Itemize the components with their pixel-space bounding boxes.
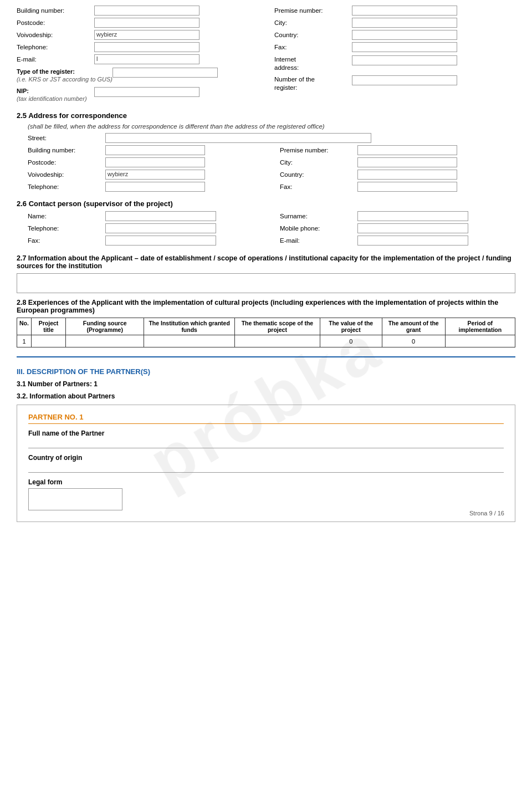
surname-input[interactable] (357, 211, 468, 221)
table-row: 1 0 0 (17, 335, 515, 347)
section-26-title: 2.6 Contact person (supervisor of the pr… (17, 200, 515, 208)
number-register-input[interactable] (352, 75, 457, 85)
section-32-title: 3.2. Information about Partners (17, 392, 515, 400)
section-27-textarea[interactable] (17, 273, 515, 293)
row1-thematic[interactable] (235, 335, 320, 347)
row1-period[interactable] (445, 335, 515, 347)
name-input[interactable] (105, 211, 216, 221)
voivodeship-left-label: Voivodeship: (17, 30, 94, 39)
telephone-25-label: Telephone: (28, 182, 105, 191)
city-25-input[interactable] (357, 157, 457, 167)
row1-title[interactable] (31, 335, 65, 347)
voivodeship-25-label: Voivodeship: (28, 170, 105, 179)
street-input[interactable] (105, 133, 371, 143)
partner-title: PARTNER NO. 1 (28, 413, 504, 424)
premise-25-label: Premise number: (280, 145, 357, 155)
col-institution-header: The Institution which granted funds (144, 318, 235, 335)
section-28-title: 2.8 Experiences of the Applicant with th… (17, 299, 515, 314)
voivodeship-left-input[interactable]: wybierz (94, 30, 200, 40)
partner-country-label: Country of origin (28, 454, 504, 462)
partner-fullname-label: Full name of the Partner (28, 429, 504, 437)
fax-right-input[interactable] (352, 42, 457, 52)
section-25-note: (shall be filled, when the address for c… (28, 123, 515, 130)
number-register-label: Number of theregister: (274, 74, 352, 92)
col-title-header: Project title (31, 318, 65, 335)
section-3-title: III. DESCRIPTION OF THE PARTNER(S) (17, 367, 515, 376)
city-right-label: City: (274, 18, 352, 27)
col-amount-header: The amount of the grant (382, 318, 445, 335)
premise-number-label: Premise number: (274, 6, 352, 15)
email-26-input[interactable] (357, 236, 468, 246)
postcode-left-input[interactable] (94, 18, 200, 28)
voivodeship-25-value: wybierz (108, 171, 128, 177)
nip-label: NIP: (tax identification number) (17, 86, 94, 103)
telephone-26-input[interactable] (105, 223, 216, 233)
telephone-25-input[interactable] (105, 182, 205, 192)
mobile-label: Mobile phone: (280, 223, 357, 233)
name-label: Name: (28, 211, 105, 221)
fax-25-input[interactable] (357, 182, 457, 192)
type-register-input[interactable] (112, 68, 218, 78)
building-number-input[interactable] (94, 6, 200, 16)
row1-value: 0 (320, 335, 382, 347)
col-thematic-header: The thematic scope of the project (235, 318, 320, 335)
internet-address-label: Internetaddress: (274, 54, 352, 72)
section-25-title: 2.5 Address for correspondence (17, 111, 515, 120)
telephone-26-label: Telephone: (28, 223, 105, 233)
city-right-input[interactable] (352, 18, 457, 28)
voivodeship-25-input[interactable]: wybierz (105, 170, 205, 180)
col-no-header: No. (17, 318, 32, 335)
section-31-title: 3.1 Number of Partners: 1 (17, 380, 515, 388)
fax-25-label: Fax: (280, 182, 357, 191)
email-26-label: E-mail: (280, 236, 357, 245)
fax-26-label: Fax: (28, 236, 105, 245)
row1-amount: 0 (382, 335, 445, 347)
email-left-input[interactable]: l (94, 54, 200, 64)
country-25-label: Country: (280, 170, 357, 179)
postcode-25-input[interactable] (105, 157, 205, 167)
partner-fullname-input[interactable] (28, 439, 504, 448)
postcode-left-label: Postcode: (17, 18, 94, 27)
telephone-left-input[interactable] (94, 42, 200, 52)
partner-country-input[interactable] (28, 464, 504, 473)
row1-funding[interactable] (66, 335, 144, 347)
voivodeship-left-value: wybierz (96, 31, 117, 38)
building-number-label: Building number: (17, 6, 94, 15)
telephone-left-label: Telephone: (17, 42, 94, 52)
building-number-25-input[interactable] (105, 145, 205, 155)
country-right-label: Country: (274, 30, 352, 39)
projects-table: No. Project title Funding source (Progra… (17, 318, 515, 347)
email-left-value: l (96, 55, 98, 62)
surname-label: Surname: (280, 211, 357, 221)
city-25-label: City: (280, 157, 357, 167)
fax-26-input[interactable] (105, 236, 216, 246)
fax-right-label: Fax: (274, 42, 352, 52)
partner-legalform-input[interactable] (28, 488, 122, 510)
country-25-input[interactable] (357, 170, 457, 180)
row1-institution[interactable] (144, 335, 235, 347)
internet-address-input[interactable] (352, 55, 457, 65)
partner-box: PARTNER NO. 1 Full name of the Partner C… (17, 405, 515, 522)
section-27-title: 2.7 Information about the Applicant – da… (17, 254, 515, 270)
col-value-header: The value of the project (320, 318, 382, 335)
premise-25-input[interactable] (357, 145, 457, 155)
country-right-input[interactable] (352, 30, 457, 40)
postcode-25-label: Postcode: (28, 157, 105, 167)
nip-input[interactable] (94, 87, 200, 97)
mobile-input[interactable] (357, 223, 468, 233)
page-number: Strona 9 / 16 (469, 510, 504, 516)
row1-no: 1 (17, 335, 32, 347)
building-number-25-label: Building number: (28, 145, 105, 155)
email-left-label: E-mail: (17, 54, 94, 64)
partner-legalform-label: Legal form (28, 478, 504, 486)
col-period-header: Period of implementation (445, 318, 515, 335)
premise-number-input[interactable] (352, 6, 457, 16)
type-register-label: Type of the register: (i.e. KRS or JST a… (17, 67, 112, 84)
street-label: Street: (28, 133, 105, 142)
col-funding-header: Funding source (Programme) (66, 318, 144, 335)
